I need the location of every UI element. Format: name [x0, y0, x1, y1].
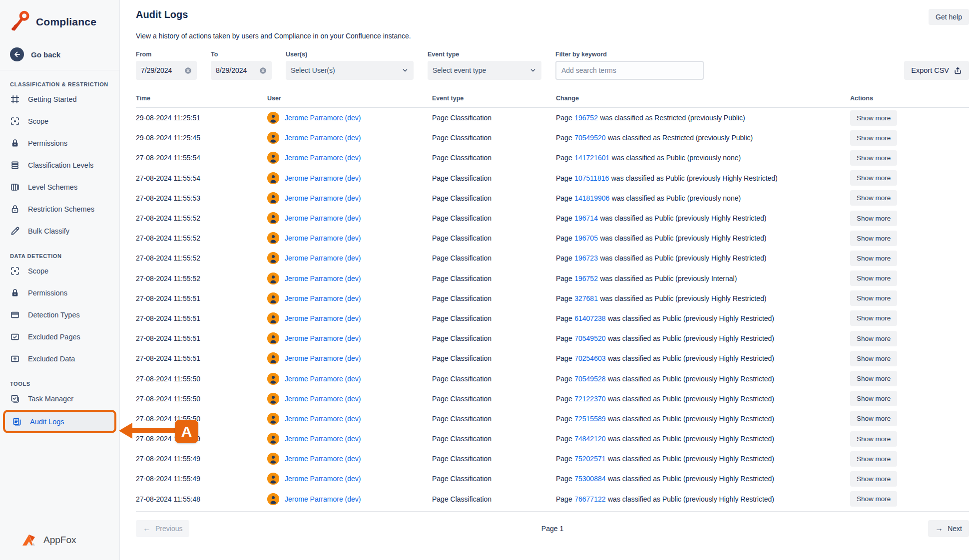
- page-link[interactable]: 76677122: [574, 495, 605, 503]
- sidebar-item-scope-detection[interactable]: Scope: [0, 260, 119, 282]
- page-link[interactable]: 61407238: [574, 314, 605, 322]
- page-link[interactable]: 70254603: [574, 354, 605, 362]
- show-more-button[interactable]: Show more: [850, 271, 897, 286]
- sidebar-item-audit-logs[interactable]: Audit Logs: [3, 410, 116, 433]
- show-more-button[interactable]: Show more: [850, 211, 897, 226]
- user-link[interactable]: Jerome Parramore (dev): [285, 395, 361, 403]
- users-select[interactable]: Select User(s): [286, 61, 414, 80]
- export-csv-button[interactable]: Export CSV: [904, 61, 969, 80]
- show-more-button[interactable]: Show more: [850, 371, 897, 386]
- show-more-button[interactable]: Show more: [850, 251, 897, 266]
- sidebar-item-classification-levels[interactable]: Classification Levels: [0, 154, 119, 176]
- user-link[interactable]: Jerome Parramore (dev): [285, 495, 361, 503]
- time-cell: 27-08-2024 11:55:52: [136, 214, 267, 222]
- show-more-button[interactable]: Show more: [850, 431, 897, 447]
- sidebar-item-permissions-classification[interactable]: Permissions: [0, 132, 119, 154]
- show-more-button[interactable]: Show more: [850, 190, 897, 206]
- event-type-select[interactable]: Select event type: [428, 61, 541, 80]
- user-link[interactable]: Jerome Parramore (dev): [285, 114, 361, 122]
- user-link[interactable]: Jerome Parramore (dev): [285, 194, 361, 202]
- keyword-label: Filter by keyword: [555, 51, 704, 58]
- keyword-search-input[interactable]: [561, 66, 698, 74]
- go-back-button[interactable]: Go back: [0, 46, 119, 63]
- show-more-button[interactable]: Show more: [850, 310, 897, 326]
- clear-icon[interactable]: [259, 67, 267, 74]
- sidebar-item-scope-classification[interactable]: Scope: [0, 110, 119, 132]
- page-link[interactable]: 196752: [574, 275, 598, 282]
- event-type-cell: Page Classification: [432, 314, 556, 322]
- user-link[interactable]: Jerome Parramore (dev): [285, 254, 361, 262]
- sidebar-item-task-manager[interactable]: Task Manager: [0, 388, 119, 410]
- user-link[interactable]: Jerome Parramore (dev): [285, 294, 361, 302]
- user-link[interactable]: Jerome Parramore (dev): [285, 154, 361, 162]
- page-link[interactable]: 75300884: [574, 475, 605, 483]
- sidebar-item-bulk-classify[interactable]: Bulk Classify: [0, 220, 119, 242]
- page-link[interactable]: 327681: [574, 294, 598, 302]
- event-type-cell: Page Classification: [432, 214, 556, 222]
- page-link[interactable]: 72515589: [574, 415, 605, 423]
- table-row: 27-08-2024 11:55:51 Jerome Parramore (de…: [136, 308, 969, 328]
- user-link[interactable]: Jerome Parramore (dev): [285, 435, 361, 443]
- user-link[interactable]: Jerome Parramore (dev): [285, 375, 361, 383]
- show-more-button[interactable]: Show more: [850, 351, 897, 366]
- from-date-input[interactable]: 7/29/2024: [136, 61, 197, 80]
- table-bottom-divider: [136, 511, 969, 512]
- show-more-button[interactable]: Show more: [850, 290, 897, 306]
- page-link[interactable]: 107511816: [574, 174, 609, 182]
- page-link[interactable]: 196723: [574, 254, 598, 262]
- user-link[interactable]: Jerome Parramore (dev): [285, 234, 361, 242]
- show-more-button[interactable]: Show more: [850, 110, 897, 126]
- user-link[interactable]: Jerome Parramore (dev): [285, 475, 361, 483]
- page-link[interactable]: 70549520: [574, 134, 605, 142]
- user-link[interactable]: Jerome Parramore (dev): [285, 134, 361, 142]
- from-label: From: [136, 51, 197, 58]
- keyword-input-box: [555, 61, 704, 80]
- page-link[interactable]: 196705: [574, 234, 598, 242]
- user-link[interactable]: Jerome Parramore (dev): [285, 214, 361, 222]
- change-prefix: Page: [556, 275, 572, 282]
- sidebar-item-level-schemes[interactable]: Level Schemes: [0, 176, 119, 198]
- page-link[interactable]: 141721601: [574, 154, 609, 162]
- get-help-button[interactable]: Get help: [929, 9, 969, 25]
- user-link[interactable]: Jerome Parramore (dev): [285, 415, 361, 423]
- show-more-button[interactable]: Show more: [850, 331, 897, 346]
- show-more-button[interactable]: Show more: [850, 170, 897, 186]
- show-more-button[interactable]: Show more: [850, 130, 897, 146]
- page-link[interactable]: 196752: [574, 114, 598, 122]
- page-link[interactable]: 75202571: [574, 455, 605, 463]
- user-cell: Jerome Parramore (dev): [267, 212, 432, 224]
- show-more-button[interactable]: Show more: [850, 471, 897, 487]
- user-link[interactable]: Jerome Parramore (dev): [285, 275, 361, 282]
- previous-page-button[interactable]: ← Previous: [136, 520, 189, 537]
- sidebar-item-excluded-data[interactable]: Excluded Data: [0, 348, 119, 370]
- page-link[interactable]: 72122370: [574, 395, 605, 403]
- clear-icon[interactable]: [184, 67, 192, 74]
- user-link[interactable]: Jerome Parramore (dev): [285, 174, 361, 182]
- user-link[interactable]: Jerome Parramore (dev): [285, 455, 361, 463]
- sidebar-item-permissions-detection[interactable]: Permissions: [0, 282, 119, 304]
- to-date-input[interactable]: 8/29/2024: [211, 61, 272, 80]
- user-link[interactable]: Jerome Parramore (dev): [285, 314, 361, 322]
- sidebar-item-excluded-pages[interactable]: Excluded Pages: [0, 326, 119, 348]
- page-link[interactable]: 70549520: [574, 334, 605, 342]
- sidebar-item-getting-started[interactable]: Getting Started: [0, 88, 119, 110]
- sidebar-item-detection-types[interactable]: Detection Types: [0, 304, 119, 326]
- page-link[interactable]: 141819906: [574, 194, 609, 202]
- page-link[interactable]: 196714: [574, 214, 598, 222]
- user-avatar-icon: [267, 232, 279, 244]
- page-link[interactable]: 74842120: [574, 435, 605, 443]
- actions-cell: Show more: [850, 251, 969, 266]
- show-more-button[interactable]: Show more: [850, 491, 897, 507]
- show-more-button[interactable]: Show more: [850, 411, 897, 426]
- user-link[interactable]: Jerome Parramore (dev): [285, 354, 361, 362]
- change-prefix: Page: [556, 234, 572, 242]
- show-more-button[interactable]: Show more: [850, 451, 897, 467]
- sidebar-item-restriction-schemes[interactable]: Restriction Schemes: [0, 198, 119, 220]
- show-more-button[interactable]: Show more: [850, 150, 897, 166]
- change-prefix: Page: [556, 214, 572, 222]
- user-link[interactable]: Jerome Parramore (dev): [285, 334, 361, 342]
- page-link[interactable]: 70549528: [574, 375, 605, 383]
- show-more-button[interactable]: Show more: [850, 391, 897, 406]
- next-page-button[interactable]: → Next: [928, 520, 969, 537]
- show-more-button[interactable]: Show more: [850, 231, 897, 246]
